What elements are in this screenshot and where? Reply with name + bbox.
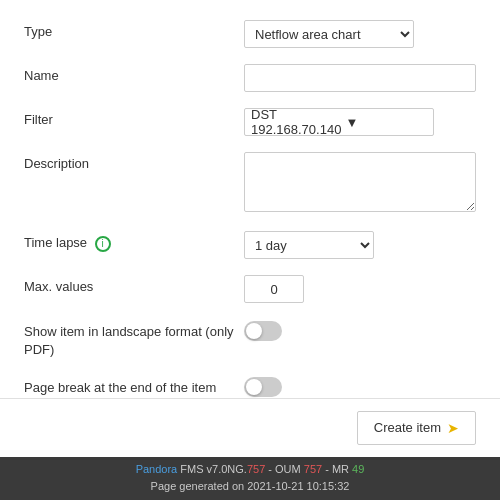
filter-control: DST 192.168.70.140 ▼ bbox=[244, 108, 476, 136]
max-values-input[interactable] bbox=[244, 275, 304, 303]
type-label: Type bbox=[24, 20, 244, 39]
pagebreak-row: Page break at the end of the item (only … bbox=[24, 375, 476, 397]
timelapse-select[interactable]: 1 day bbox=[244, 231, 374, 259]
description-control bbox=[244, 152, 476, 215]
status-sep2: - MR bbox=[322, 463, 352, 475]
form-container: Type Netflow area chart Name Filter DST … bbox=[0, 0, 500, 398]
pagebreak-toggle[interactable] bbox=[244, 377, 282, 397]
description-label: Description bbox=[24, 152, 244, 171]
name-row: Name bbox=[24, 64, 476, 92]
create-item-button[interactable]: Create item ➤ bbox=[357, 411, 476, 445]
name-input[interactable] bbox=[244, 64, 476, 92]
status-bar: Pandora FMS v7.0NG.757 - OUM 757 - MR 49… bbox=[0, 457, 500, 500]
timelapse-info-icon[interactable]: i bbox=[95, 236, 111, 252]
status-pandora: Pandora bbox=[136, 463, 178, 475]
name-label: Name bbox=[24, 64, 244, 83]
filter-arrow-icon: ▼ bbox=[345, 115, 427, 130]
pagebreak-control bbox=[244, 375, 476, 397]
maxvalues-control bbox=[244, 275, 476, 303]
pagebreak-label: Page break at the end of the item (only … bbox=[24, 375, 244, 397]
description-textarea[interactable] bbox=[244, 152, 476, 212]
filter-label: Filter bbox=[24, 108, 244, 127]
timelapse-row: Time lapse i 1 day bbox=[24, 231, 476, 259]
maxvalues-label: Max. values bbox=[24, 275, 244, 294]
filter-row: Filter DST 192.168.70.140 ▼ bbox=[24, 108, 476, 136]
landscape-toggle-thumb bbox=[246, 323, 262, 339]
status-sep1: - OUM bbox=[265, 463, 304, 475]
footer-actions: Create item ➤ bbox=[0, 398, 500, 457]
filter-value: DST 192.168.70.140 bbox=[251, 107, 341, 137]
landscape-toggle[interactable] bbox=[244, 321, 282, 341]
landscape-label: Show item in landscape format (only PDF) bbox=[24, 319, 244, 359]
status-build: 757 bbox=[247, 463, 265, 475]
filter-select-wrapper[interactable]: DST 192.168.70.140 ▼ bbox=[244, 108, 434, 136]
status-oum: 757 bbox=[304, 463, 322, 475]
type-row: Type Netflow area chart bbox=[24, 20, 476, 48]
create-arrow-icon: ➤ bbox=[447, 420, 459, 436]
status-fms: FMS v7.0NG. bbox=[177, 463, 247, 475]
status-mr: 49 bbox=[352, 463, 364, 475]
name-control bbox=[244, 64, 476, 92]
description-row: Description bbox=[24, 152, 476, 215]
create-item-label: Create item bbox=[374, 420, 441, 435]
timelapse-control: 1 day bbox=[244, 231, 476, 259]
timelapse-label: Time lapse i bbox=[24, 231, 244, 252]
maxvalues-row: Max. values bbox=[24, 275, 476, 303]
landscape-control bbox=[244, 319, 476, 344]
landscape-row: Show item in landscape format (only PDF) bbox=[24, 319, 476, 359]
type-control: Netflow area chart bbox=[244, 20, 476, 48]
status-line2: Page generated on 2021-10-21 10:15:32 bbox=[8, 478, 492, 496]
status-line1: Pandora FMS v7.0NG.757 - OUM 757 - MR 49 bbox=[8, 461, 492, 479]
type-select[interactable]: Netflow area chart bbox=[244, 20, 414, 48]
